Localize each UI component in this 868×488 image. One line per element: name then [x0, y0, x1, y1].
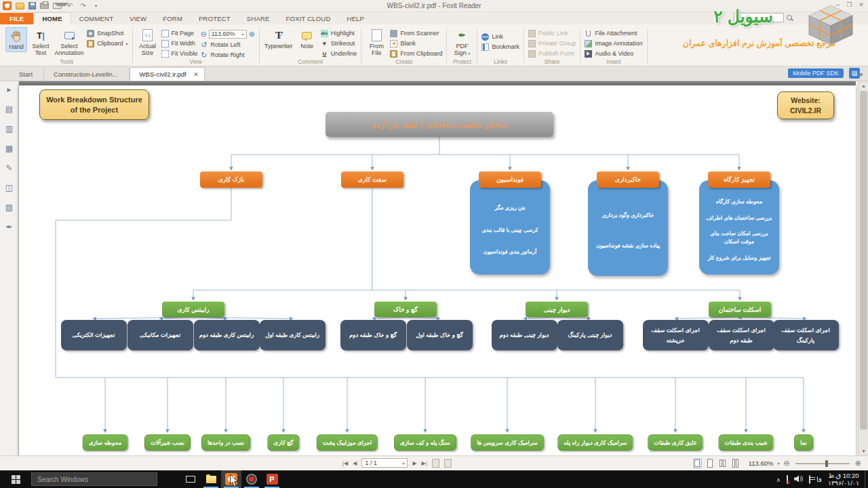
digital-signatures-icon[interactable]: ✒	[4, 222, 15, 232]
attachments-icon[interactable]: ◫	[4, 182, 15, 193]
underline-button[interactable]: UUnderline	[321, 49, 357, 58]
ribbon-tab-foxit-cloud[interactable]: FOXIT CLOUD	[278, 13, 339, 24]
document-tab[interactable]: Start	[9, 68, 44, 81]
document-tab[interactable]: WBS-civil2.ir.pdf✕	[130, 67, 205, 81]
tray-expand-icon[interactable]: ∧	[776, 476, 781, 483]
security-icon[interactable]: ▧	[4, 202, 15, 213]
from-scanner-button[interactable]: From Scanner	[390, 29, 442, 37]
search-icon[interactable]	[786, 14, 793, 22]
taskbar-clock[interactable]: 10:20 ق.ظ۱۳۹۶/۰۱/۰۱	[828, 472, 859, 487]
wbs-l3-node: اسکلت ساختمان	[709, 302, 771, 317]
zoom-slider[interactable]	[795, 463, 850, 464]
single-page-view-button[interactable]	[693, 458, 702, 468]
snapshot-button[interactable]: SnapShot	[87, 29, 128, 37]
audio-video-button[interactable]: Audio & Video	[585, 49, 642, 58]
rotate-left-button[interactable]: ↺Rotate Left	[200, 41, 254, 49]
screen-recorder-taskbar-icon[interactable]	[241, 470, 262, 488]
bookmarks-icon[interactable]: ▥	[4, 123, 15, 134]
fit-width-button[interactable]: Fit Width	[161, 39, 198, 47]
actual-size-button[interactable]: 1:1 Actual Size	[137, 27, 159, 58]
page-thumbnails-icon[interactable]: ▤	[4, 104, 15, 115]
zoom-out-icon[interactable]: ⊖	[784, 459, 790, 468]
ribbon-tab-form[interactable]: FORM	[155, 13, 191, 24]
mobile-pdf-sdk-icon[interactable]: ▤	[849, 68, 860, 79]
restore-button[interactable]: ❐	[846, 1, 852, 8]
pdf-sign-button[interactable]: ✒ PDF Sign ▾	[451, 27, 473, 58]
zoom-in-icon[interactable]: ⊕	[249, 30, 255, 38]
comments-icon[interactable]: ✎	[4, 163, 15, 174]
vertical-scrollbar[interactable]: ▲ ▼	[858, 81, 868, 455]
next-page-icon[interactable]: ▶	[412, 460, 416, 466]
first-page-icon[interactable]: |◀	[342, 460, 348, 466]
select-annotation-button[interactable]: Select Annotation	[54, 27, 84, 58]
task-view-taskbar-icon[interactable]	[180, 470, 201, 488]
note-button[interactable]: Note	[296, 27, 318, 51]
ribbon-tab-file[interactable]: FILE	[0, 13, 33, 24]
link-button[interactable]: Link	[481, 33, 519, 41]
fit-visible-button[interactable]: Fit Visible	[161, 49, 198, 58]
blank-button[interactable]: Blank	[390, 39, 442, 47]
action-center-icon[interactable]	[809, 476, 810, 483]
wbs-subtask: بررسی ساختمان های اطراف	[703, 214, 775, 222]
ribbon-zoom-combobox[interactable]: 113.60%▾	[209, 30, 247, 39]
start-button[interactable]	[0, 470, 31, 488]
chevron-down-icon[interactable]: ▾	[778, 461, 780, 466]
strikeout-icon: T	[321, 40, 328, 47]
fit-page-button[interactable]: Fit Page	[161, 29, 198, 37]
page-number-box[interactable]: 1 / 1▾	[361, 458, 408, 468]
typewriter-button[interactable]: T⁄ Typewriter	[264, 27, 294, 51]
file-attachment-button[interactable]: File Attachment	[585, 29, 642, 37]
public-link-button: Public Link	[528, 29, 576, 37]
language-indicator[interactable]: فا	[816, 476, 822, 483]
network-icon[interactable]: ×	[787, 476, 788, 483]
ribbon-tab-help[interactable]: HELP	[339, 13, 373, 24]
find-input[interactable]	[734, 13, 784, 22]
previous-page-icon[interactable]: ◀	[353, 460, 357, 466]
close-tab-icon[interactable]: ✕	[193, 71, 199, 78]
continuous-view-button[interactable]	[706, 458, 715, 468]
clipboard-button[interactable]: Clipboard▾	[87, 39, 128, 47]
bookmark-button[interactable]: Bookmark	[481, 43, 519, 51]
volume-icon[interactable]	[794, 475, 803, 484]
hand-tool-button[interactable]: Hand	[5, 27, 27, 52]
strikeout-button[interactable]: TStrikeout	[321, 39, 357, 47]
close-button[interactable]: ✕	[859, 1, 864, 8]
zoom-slider-thumb[interactable]	[825, 460, 828, 467]
wbs-subtask: بررسی امکان ساخت بنای موقت اسکان	[703, 230, 775, 246]
foxit-reader-taskbar-icon[interactable]	[221, 470, 241, 488]
zoom-in-icon[interactable]: ⊕	[855, 459, 861, 468]
expand-panel-icon[interactable]: ▸	[4, 84, 15, 95]
zoom-out-icon[interactable]: ⊖	[200, 30, 206, 38]
ribbon-tab-protect[interactable]: PROTECT	[191, 13, 239, 24]
select-text-button[interactable]: T| Select Text	[30, 27, 52, 58]
previous-view-icon[interactable]	[432, 459, 439, 468]
document-tab[interactable]: Construction-Levelin...	[44, 68, 130, 81]
wbs-note-project: Work Breakdown Structureof the Project	[39, 89, 149, 120]
image-annotation-button[interactable]: Image Annotation	[585, 39, 642, 47]
powerpoint-taskbar-icon[interactable]: P	[262, 470, 282, 488]
search-input[interactable]	[37, 476, 151, 483]
show-desktop-button[interactable]	[865, 470, 868, 488]
continuous-facing-view-button[interactable]	[732, 458, 741, 468]
ribbon-tab-view[interactable]: VIEW	[121, 13, 155, 24]
ribbon-tab-share[interactable]: SHARE	[239, 13, 278, 24]
scroll-down-icon[interactable]: ▼	[859, 447, 868, 455]
fit-visible-icon	[161, 50, 169, 58]
scrollbar-thumb[interactable]	[860, 91, 867, 430]
windows-taskbar: P ∧×فا10:20 ق.ظ۱۳۹۶/۰۱/۰۱	[0, 470, 868, 488]
layers-icon[interactable]: ▦	[4, 143, 15, 154]
facing-view-button[interactable]	[719, 458, 728, 468]
file-explorer-taskbar-icon[interactable]	[201, 470, 221, 488]
wbs-finishing-node: نصب در واحدها	[201, 434, 250, 451]
ribbon-tab-home[interactable]: HOME	[33, 12, 71, 24]
highlight-button[interactable]: abcHighlight	[321, 29, 357, 37]
minimize-button[interactable]: ─	[835, 1, 840, 8]
taskbar-search-box[interactable]	[31, 472, 157, 486]
from-clipboard-button[interactable]: From Clipboard	[390, 49, 442, 58]
scroll-up-icon[interactable]: ▲	[859, 81, 868, 90]
mobile-pdf-sdk-button[interactable]: Mobile PDF SDK	[788, 68, 844, 78]
last-page-icon[interactable]: ▶|	[422, 460, 427, 466]
next-view-icon[interactable]	[444, 459, 452, 468]
from-file-button[interactable]: From File	[366, 27, 387, 58]
ribbon-tab-comment[interactable]: COMMENT	[71, 13, 121, 24]
